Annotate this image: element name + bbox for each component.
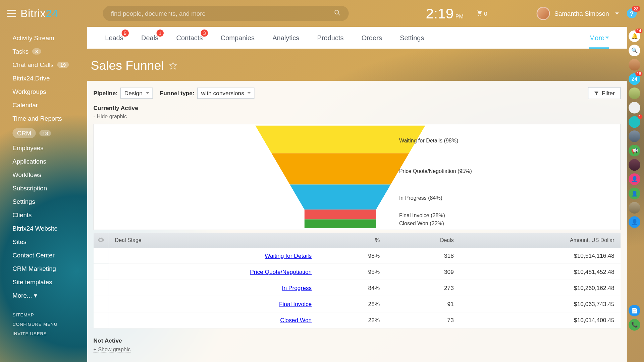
sidenav-item[interactable]: Subscription [12, 181, 87, 195]
funnel-label: Price Quote/Negotiation (95%) [399, 168, 472, 174]
col-header[interactable]: % [318, 233, 386, 248]
sidenav-label: Contact Center [12, 251, 55, 258]
tab-contacts[interactable]: Contacts3 [167, 27, 212, 49]
pct-cell: 95% [318, 264, 386, 280]
cart-indicator[interactable]: 0 [476, 10, 487, 17]
sidenav-item[interactable]: Clients [12, 208, 87, 222]
announce-icon[interactable]: 📢 [629, 145, 640, 157]
table-row: Final Invoice 28% 91 $10,063,743.45 [94, 296, 621, 312]
tab-badge: 1 [157, 29, 164, 37]
sidenav-item[interactable]: Chat and Calls19 [12, 58, 87, 71]
show-graphic-link[interactable]: + Show graphic [94, 346, 131, 353]
sidenav-small-link[interactable]: SITEMAP [12, 310, 87, 319]
avatar[interactable] [629, 59, 640, 71]
sidenav-item[interactable]: CRM Marketing [12, 262, 87, 275]
person-icon[interactable]: 👤 [629, 173, 640, 185]
pipeline-select[interactable]: Design [120, 87, 153, 99]
sidenav-item[interactable]: Tasks3 [12, 45, 87, 58]
avatar[interactable] [629, 87, 640, 99]
sidenav-item[interactable]: Employees [12, 141, 87, 155]
star-icon[interactable] [169, 62, 177, 70]
sidenav-label: Time and Reports [12, 115, 62, 122]
stage-link[interactable]: Waiting for Details [265, 252, 312, 259]
hide-graphic-link[interactable]: - Hide graphic [94, 114, 127, 120]
controls-row: Pipeline: Design Funnel type: with conve… [94, 87, 621, 99]
sidenav-item[interactable]: Bitrix24.Drive [12, 71, 87, 85]
sidenav-item[interactable]: More... ▾ [12, 289, 87, 302]
search-box[interactable] [103, 6, 349, 21]
col-header[interactable]: Amount, US Dollar [460, 233, 621, 248]
filter-button[interactable]: Filter [588, 87, 621, 99]
bell-icon[interactable]: 🔔14 [629, 31, 640, 42]
sidenav-item[interactable]: Sites [12, 235, 87, 248]
deals-cell: 318 [386, 248, 460, 264]
sidenav-label: Bitrix24 Website [12, 225, 58, 232]
sidenav-item[interactable]: Workflows [12, 168, 87, 181]
deals-cell: 91 [386, 296, 460, 312]
logo[interactable]: Bitrix24 [20, 7, 58, 19]
page-header: Sales Funnel [87, 49, 627, 81]
sidenav-item[interactable]: Bitrix24 Website [12, 222, 87, 235]
person-add-icon[interactable]: 👤 [629, 188, 640, 199]
avatar[interactable] [629, 102, 640, 114]
funnel-segment [271, 153, 409, 184]
deals-cell: 273 [386, 280, 460, 296]
b24-icon[interactable]: 2418 [629, 73, 640, 85]
rail-badge: 14 [635, 28, 642, 33]
user-name: Samantha Simpson [554, 10, 609, 17]
sidenav-item[interactable]: Calendar [12, 98, 87, 112]
chevron-down-icon [615, 12, 619, 15]
stage-link[interactable]: Closed Won [280, 317, 312, 323]
deals-cell: 73 [386, 312, 460, 328]
search-icon[interactable] [334, 9, 341, 17]
tab-orders[interactable]: Orders [353, 27, 391, 49]
help-button[interactable]: ? 22 [627, 8, 637, 18]
funnel-segment [304, 209, 376, 219]
stage-link[interactable]: Price Quote/Negotiation [250, 268, 312, 275]
col-header[interactable]: Deal Stage [109, 233, 318, 248]
avatar[interactable] [629, 130, 640, 142]
section-inactive-title: Not Active [94, 337, 621, 344]
pct-cell: 98% [318, 248, 386, 264]
filter-icon [594, 90, 599, 96]
search-input[interactable] [111, 10, 334, 17]
tab-products[interactable]: Products [308, 27, 353, 49]
gear-icon[interactable] [97, 236, 104, 243]
sidenav-item[interactable]: Applications [12, 155, 87, 168]
tab-leads[interactable]: Leads9 [96, 27, 132, 49]
tab-more[interactable]: More [580, 27, 618, 49]
lines-icon[interactable]: 📄 [629, 305, 640, 316]
user-menu[interactable]: Samantha Simpson [536, 7, 619, 20]
sidenav-item[interactable]: Activity Stream [12, 31, 87, 45]
tab-companies[interactable]: Companies [212, 27, 263, 49]
avatar[interactable] [629, 202, 640, 214]
topbar: Bitrix24 2:19PM 0 Samantha Simpson ? 22 [0, 0, 644, 27]
sidenav-item[interactable]: Site templates [12, 275, 87, 289]
tab-badge: 9 [121, 29, 128, 37]
svg-marker-4 [170, 62, 176, 69]
funnel-segment [289, 185, 390, 210]
sidenav-item[interactable]: Time and Reports [12, 112, 87, 125]
avatar[interactable] [629, 159, 640, 171]
user-avatar [536, 7, 550, 20]
sidenav-label: Employees [12, 144, 43, 152]
funnel-type-select[interactable]: with conversions [197, 87, 255, 99]
stage-link[interactable]: Final Invoice [279, 301, 312, 307]
tab-deals[interactable]: Deals1 [132, 27, 167, 49]
tab-analytics[interactable]: Analytics [264, 27, 308, 49]
sidenav-item[interactable]: Settings [12, 195, 87, 208]
menu-icon[interactable] [7, 10, 16, 17]
stage-link[interactable]: In Progress [282, 285, 312, 291]
sidenav-item[interactable]: Contact Center [12, 248, 87, 262]
stage-table: Deal Stage%DealsAmount, US Dollar Waitin… [94, 233, 621, 328]
phone-icon[interactable]: 📞 [629, 319, 640, 331]
sidenav-small-link[interactable]: CONFIGURE MENU [12, 319, 87, 329]
search-rail-icon[interactable]: 🔍 [629, 45, 640, 56]
person-blue-icon[interactable]: 👤 [629, 216, 640, 228]
sidenav-item[interactable]: Workgroups [12, 85, 87, 98]
sidenav-item[interactable]: CRM13 [12, 125, 87, 141]
col-header[interactable]: Deals [386, 233, 460, 248]
sidenav-small-link[interactable]: INVITE USERS [12, 329, 87, 338]
tab-settings[interactable]: Settings [391, 27, 433, 49]
avatar[interactable]: 1 [629, 116, 640, 128]
